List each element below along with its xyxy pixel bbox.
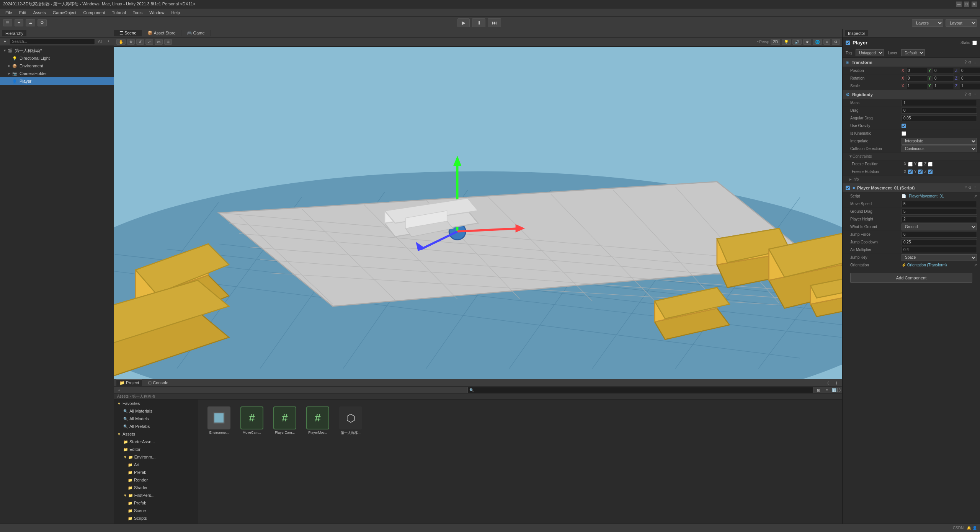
constraints-row[interactable]: ▼ Constraints — [843, 153, 980, 160]
freeze-pos-x[interactable] — [908, 162, 913, 166]
maximize-button[interactable]: □ — [964, 2, 969, 7]
project-add-btn[interactable]: + — [116, 387, 122, 393]
menu-tools[interactable]: Tools — [130, 10, 146, 16]
scene-gizmos-btn[interactable]: ⚙ — [832, 39, 840, 45]
assets-header[interactable]: ▼ Assets — [114, 430, 198, 438]
asset-item-unity[interactable]: ⬡ 第一人称移... — [335, 405, 366, 437]
pause-button[interactable]: ⏸ — [472, 18, 485, 27]
rigidbody-settings-icon[interactable]: ⚙ — [968, 92, 972, 96]
transform-settings-icon[interactable]: ⚙ — [968, 60, 972, 64]
scene-tool-scale[interactable]: ⤢ — [145, 39, 153, 45]
tag-select[interactable]: Untagged — [856, 49, 884, 56]
player-movement-header[interactable]: ■ Player Movement_01 (Script) ? ⚙ ⋮ — [843, 183, 980, 193]
toolbar-btn-2[interactable]: ✦ — [15, 19, 23, 26]
menu-component[interactable]: Component — [80, 10, 108, 16]
hierarchy-item-scene[interactable]: ▼ 🎬 第一人称移动* — [0, 47, 114, 54]
folder-shader[interactable]: 📁 Shader — [114, 484, 198, 491]
scene-tool-transform[interactable]: ⊕ — [164, 39, 172, 45]
transform-help-icon[interactable]: ? — [964, 60, 967, 64]
transform-menu-icon[interactable]: ⋮ — [973, 60, 977, 64]
mass-input[interactable]: 1 — [902, 100, 977, 106]
freeze-rot-z[interactable] — [928, 170, 933, 174]
folder-environment[interactable]: ▼ 📁 Environm... — [114, 453, 198, 461]
playermovement-active-checkbox[interactable] — [846, 186, 850, 190]
rotation-z-input[interactable] — [960, 75, 980, 82]
scene-2d-btn[interactable]: 2D — [771, 39, 780, 45]
angular-drag-input[interactable]: 0.05 — [902, 115, 977, 121]
player-active-checkbox[interactable] — [846, 41, 850, 45]
jump-force-input[interactable]: 6 — [902, 232, 977, 238]
script-link-icon[interactable]: ↗ — [974, 194, 977, 198]
player-height-input[interactable]: 2 — [902, 216, 977, 222]
ground-drag-input[interactable]: 5 — [902, 209, 977, 215]
hierarchy-tab[interactable]: Hierarchy — [2, 30, 26, 36]
asset-item-playermov[interactable]: # PlayerMov... — [302, 405, 333, 437]
project-collapse-btn[interactable]: ⟨ — [825, 379, 831, 386]
folder-scripts[interactable]: 📁 Scripts — [114, 514, 198, 522]
toolbar-btn-settings[interactable]: ⚙ — [38, 19, 47, 26]
layer-select[interactable]: Default — [901, 49, 925, 56]
asset-item-environment[interactable]: Environme... — [204, 405, 234, 437]
scale-z-input[interactable] — [960, 83, 980, 89]
layers-dropdown[interactable]: Layers — [912, 19, 943, 27]
jump-cooldown-input[interactable]: 0.25 — [902, 239, 977, 245]
rigidbody-menu-icon[interactable]: ⋮ — [973, 92, 977, 96]
asset-item-movecam[interactable]: # MoveCam... — [237, 405, 267, 437]
hierarchy-item-directionallight[interactable]: 💡 Directional Light — [0, 54, 114, 62]
scene-audio-btn[interactable]: 🔊 — [792, 39, 802, 45]
scene-tool-hand[interactable]: ✋ — [116, 39, 126, 45]
freeze-rot-y[interactable] — [918, 170, 923, 174]
menu-file[interactable]: File — [2, 10, 15, 16]
drag-input[interactable]: 0 — [902, 108, 977, 114]
move-speed-input[interactable]: 5 — [902, 201, 977, 207]
folder-render[interactable]: 📁 Render — [114, 476, 198, 484]
orientation-link-icon[interactable]: ↗ — [974, 263, 977, 267]
asset-item-playercam[interactable]: # PlayerCam... — [270, 405, 300, 437]
project-filter-btn[interactable]: ≡ — [823, 387, 830, 393]
hierarchy-item-environment[interactable]: ► 📦 Environment — [0, 62, 114, 70]
toolbar-btn-cloud[interactable]: ☁ — [26, 19, 35, 26]
favorites-all-materials[interactable]: 🔍 All Materials — [114, 407, 198, 415]
use-gravity-checkbox[interactable] — [902, 124, 906, 128]
layout-dropdown[interactable]: Layout — [946, 19, 977, 27]
folder-starterassets[interactable]: 📁 StarterAsse... — [114, 438, 198, 446]
project-view-btn[interactable]: ⊞ — [815, 387, 822, 393]
close-button[interactable]: ✕ — [972, 2, 977, 7]
menu-window[interactable]: Window — [146, 10, 167, 16]
air-multiplier-input[interactable]: 0.4 — [902, 247, 977, 253]
scene-view[interactable]: ~Persp X Y Z — [114, 47, 842, 379]
console-tab[interactable]: ⊟ Console — [145, 380, 171, 386]
position-y-input[interactable] — [933, 68, 954, 74]
rigidbody-help-icon[interactable]: ? — [964, 92, 967, 96]
favorites-all-models[interactable]: 🔍 All Models — [114, 415, 198, 423]
step-button[interactable]: ⏭ — [488, 18, 501, 27]
is-kinematic-checkbox[interactable] — [902, 131, 906, 136]
what-is-ground-select[interactable]: Ground — [902, 224, 977, 230]
scene-skybox-btn[interactable]: 🌐 — [813, 39, 822, 45]
scale-x-input[interactable] — [906, 83, 927, 89]
position-x-input[interactable] — [906, 68, 927, 74]
menu-edit[interactable]: Edit — [16, 10, 29, 16]
favorites-all-prefabs[interactable]: 🔍 All Prefabs — [114, 423, 198, 430]
pm-settings-icon[interactable]: ⚙ — [968, 186, 972, 190]
menu-help[interactable]: Help — [168, 10, 183, 16]
scene-fx-btn[interactable]: ★ — [803, 39, 811, 45]
scale-y-input[interactable] — [933, 83, 954, 89]
scene-tab-scene[interactable]: ☰ Scene — [114, 30, 142, 36]
add-component-button[interactable]: Add Component — [850, 273, 972, 283]
menu-gameobject[interactable]: GameObject — [50, 10, 80, 16]
favorites-header[interactable]: ▼ Favorites — [114, 400, 198, 407]
menu-tutorial[interactable]: Tutorial — [109, 10, 129, 16]
freeze-pos-z[interactable] — [928, 162, 933, 166]
minimize-button[interactable]: — — [956, 2, 962, 7]
hierarchy-item-cameraholder[interactable]: ► 📷 CameraHolder — [0, 70, 114, 77]
inspector-tab[interactable]: Inspector — [845, 30, 868, 36]
folder-scene[interactable]: 📁 Scene — [114, 507, 198, 514]
rigidbody-info-row[interactable]: ► Info — [843, 176, 980, 183]
jump-key-select[interactable]: Space — [902, 254, 977, 261]
menu-assets[interactable]: Assets — [30, 10, 49, 16]
hierarchy-options-btn[interactable]: ⋮ — [105, 38, 112, 45]
folder-art[interactable]: 📁 Art — [114, 461, 198, 468]
rotation-y-input[interactable] — [933, 75, 954, 82]
hierarchy-add-btn[interactable]: + — [2, 38, 8, 45]
